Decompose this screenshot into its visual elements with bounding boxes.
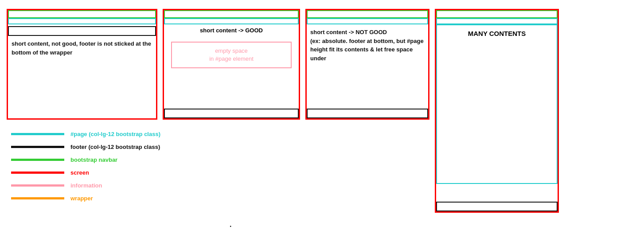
box1-content: short content, not good, footer is not s… <box>8 36 156 60</box>
box4-title: MANY CONTENTS <box>437 25 557 42</box>
legend-item-orange: wrapper <box>11 195 160 202</box>
empty-space-text: empty space in #page element <box>209 47 254 63</box>
legend-line-red <box>11 172 64 174</box>
legend-label-red: screen <box>70 169 89 176</box>
legend-label-black: footer (col-lg-12 bootstrap class) <box>70 144 160 150</box>
footer-bar-3 <box>307 109 428 118</box>
legend-item-red: screen <box>11 169 160 176</box>
legend-line-black <box>11 146 64 148</box>
diagram-box-4: MANY CONTENTS <box>435 9 559 213</box>
navbar-bar-4 <box>436 10 558 18</box>
navbar-bar-2 <box>164 10 299 18</box>
page-bar-2 <box>164 18 299 24</box>
empty-space-box: empty space in #page element <box>171 42 292 68</box>
dot: . <box>230 221 231 229</box>
legend-label-green: bootstrap navbar <box>70 156 117 163</box>
legend-area: #page (col-lg-12 bootstrap class) footer… <box>11 131 160 202</box>
diagram-box-1: short content, not good, footer is not s… <box>7 9 157 120</box>
diagram-box-3: short content -> NOT GOOD (ex: absolute.… <box>305 9 429 120</box>
legend-line-cyan <box>11 133 64 135</box>
footer-bar-4 <box>436 202 558 211</box>
legend-line-orange <box>11 197 64 199</box>
page-bar-4 <box>436 18 558 24</box>
footer-bar-2 <box>164 109 299 118</box>
diagram-box-2: short content -> GOOD empty space in #pa… <box>163 9 300 120</box>
legend-item-green: bootstrap navbar <box>11 156 160 163</box>
legend-line-pink <box>11 184 64 187</box>
page-bar-1 <box>8 18 156 24</box>
navbar-bar-1 <box>8 10 156 18</box>
legend-label-orange: wrapper <box>70 195 93 202</box>
box2-title: short content -> GOOD <box>164 24 299 36</box>
legend-line-green <box>11 159 64 161</box>
legend-label-cyan: #page (col-lg-12 bootstrap class) <box>70 131 160 137</box>
legend-item-pink: information <box>11 182 160 189</box>
legend-item-cyan: #page (col-lg-12 bootstrap class) <box>11 131 160 137</box>
page-inner-4: MANY CONTENTS <box>436 24 558 184</box>
page-bar-3 <box>307 18 428 24</box>
legend-label-pink: information <box>70 182 102 189</box>
navbar-bar-3 <box>307 10 428 18</box>
footer-bar-1 <box>8 26 156 36</box>
box3-content: short content -> NOT GOOD (ex: absolute.… <box>307 24 428 66</box>
legend-item-black: footer (col-lg-12 bootstrap class) <box>11 144 160 150</box>
